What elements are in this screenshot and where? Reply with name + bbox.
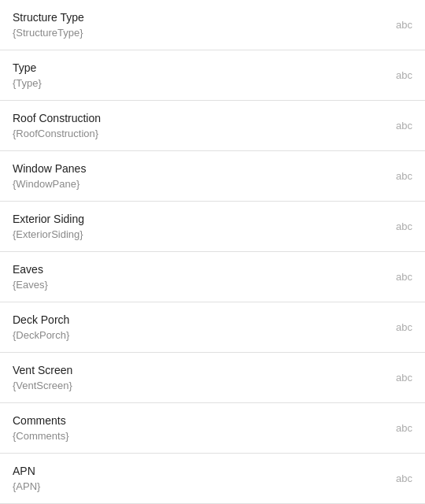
item-value-vent-screen: {VentScreen} — [13, 380, 386, 391]
list-item-content-eaves: Eaves{Eaves} — [13, 263, 386, 291]
list-item-content-window-panes: Window Panes{WindowPane} — [13, 162, 386, 190]
item-value-comments: {Comments} — [13, 430, 386, 442]
item-value-type: {Type} — [13, 77, 386, 89]
item-label-apn: APN — [13, 465, 386, 477]
list-item-structure-type[interactable]: Structure Type{StructureType}abc — [0, 0, 425, 50]
item-type-roof-construction: abc — [396, 120, 412, 132]
item-label-comments: Comments — [13, 414, 386, 427]
list-item-content-exterior-siding: Exterior Siding{ExteriorSiding} — [13, 213, 386, 240]
list-item-content-structure-type: Structure Type{StructureType} — [13, 11, 386, 39]
list-item-type[interactable]: Type{Type}abc — [0, 50, 425, 101]
field-list: Structure Type{StructureType}abcType{Typ… — [0, 0, 425, 504]
list-item-window-panes[interactable]: Window Panes{WindowPane}abc — [0, 151, 425, 202]
item-value-exterior-siding: {ExteriorSiding} — [13, 228, 386, 240]
list-item-content-comments: Comments{Comments} — [13, 414, 386, 442]
item-value-deck-porch: {DeckPorch} — [13, 329, 386, 341]
item-label-roof-construction: Roof Construction — [13, 112, 386, 124]
item-value-eaves: {Eaves} — [13, 279, 386, 291]
item-label-structure-type: Structure Type — [13, 11, 386, 24]
list-item-content-type: Type{Type} — [13, 61, 386, 89]
list-item-apn[interactable]: APN{APN}abc — [0, 454, 425, 504]
list-item-vent-screen[interactable]: Vent Screen{VentScreen}abc — [0, 353, 425, 403]
item-label-vent-screen: Vent Screen — [13, 364, 386, 376]
item-label-deck-porch: Deck Porch — [13, 313, 386, 326]
list-item-deck-porch[interactable]: Deck Porch{DeckPorch}abc — [0, 302, 425, 353]
item-type-window-panes: abc — [396, 170, 412, 182]
list-item-eaves[interactable]: Eaves{Eaves}abc — [0, 252, 425, 302]
item-value-structure-type: {StructureType} — [13, 27, 386, 39]
item-label-type: Type — [13, 61, 386, 74]
list-item-content-apn: APN{APN} — [13, 465, 386, 492]
list-item-content-deck-porch: Deck Porch{DeckPorch} — [13, 313, 386, 341]
list-item-exterior-siding[interactable]: Exterior Siding{ExteriorSiding}abc — [0, 202, 425, 252]
item-label-eaves: Eaves — [13, 263, 386, 276]
item-type-vent-screen: abc — [396, 372, 412, 384]
item-type-structure-type: abc — [396, 19, 412, 31]
list-item-content-roof-construction: Roof Construction{RoofConstruction} — [13, 112, 386, 139]
item-value-apn: {APN} — [13, 480, 386, 492]
item-label-exterior-siding: Exterior Siding — [13, 213, 386, 225]
item-type-deck-porch: abc — [396, 321, 412, 333]
list-item-content-vent-screen: Vent Screen{VentScreen} — [13, 364, 386, 391]
item-type-exterior-siding: abc — [396, 220, 412, 232]
list-item-roof-construction[interactable]: Roof Construction{RoofConstruction}abc — [0, 101, 425, 151]
item-type-comments: abc — [396, 422, 412, 434]
item-type-eaves: abc — [396, 271, 412, 283]
item-label-window-panes: Window Panes — [13, 162, 386, 175]
item-type-apn: abc — [396, 472, 412, 484]
list-item-comments[interactable]: Comments{Comments}abc — [0, 403, 425, 454]
item-value-roof-construction: {RoofConstruction} — [13, 128, 386, 139]
item-value-window-panes: {WindowPane} — [13, 178, 386, 190]
item-type-type: abc — [396, 69, 412, 81]
